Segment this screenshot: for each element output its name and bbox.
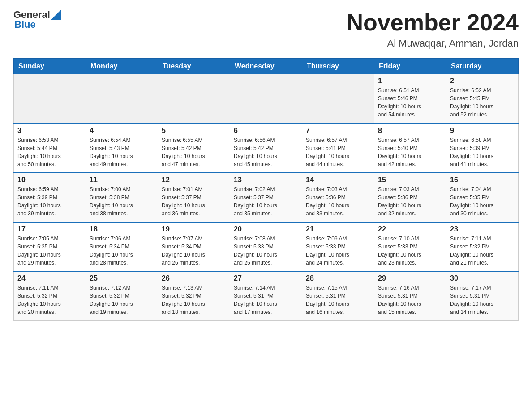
- calendar-day-cell: 27Sunrise: 7:14 AM Sunset: 5:31 PM Dayli…: [230, 271, 302, 321]
- day-number: 27: [234, 274, 298, 283]
- day-info: Sunrise: 7:06 AM Sunset: 5:34 PM Dayligh…: [90, 235, 154, 267]
- day-info: Sunrise: 7:10 AM Sunset: 5:33 PM Dayligh…: [378, 235, 442, 267]
- day-number: 11: [90, 176, 154, 184]
- calendar-day-cell: 10Sunrise: 6:59 AM Sunset: 5:39 PM Dayli…: [14, 173, 86, 222]
- day-number: 15: [378, 176, 442, 184]
- calendar-day-cell: 25Sunrise: 7:12 AM Sunset: 5:32 PM Dayli…: [86, 271, 158, 321]
- logo-triangle-icon: [51, 10, 61, 20]
- svg-marker-0: [51, 10, 61, 20]
- logo: General Blue: [13, 9, 61, 30]
- day-info: Sunrise: 7:01 AM Sunset: 5:37 PM Dayligh…: [162, 185, 226, 218]
- day-number: 10: [17, 176, 82, 184]
- calendar-day-cell: 21Sunrise: 7:09 AM Sunset: 5:33 PM Dayli…: [302, 222, 374, 271]
- day-number: 14: [306, 176, 370, 184]
- day-number: 20: [234, 225, 298, 233]
- calendar-day-cell: 18Sunrise: 7:06 AM Sunset: 5:34 PM Dayli…: [86, 222, 158, 271]
- day-number: 9: [450, 127, 515, 135]
- calendar-day-cell: 29Sunrise: 7:16 AM Sunset: 5:31 PM Dayli…: [374, 271, 446, 321]
- calendar-day-cell: 2Sunrise: 6:52 AM Sunset: 5:45 PM Daylig…: [446, 74, 519, 124]
- day-info: Sunrise: 7:14 AM Sunset: 5:31 PM Dayligh…: [234, 284, 298, 316]
- weekday-header-saturday: Saturday: [446, 59, 519, 74]
- calendar-day-cell: 8Sunrise: 6:57 AM Sunset: 5:40 PM Daylig…: [374, 124, 446, 173]
- day-number: 22: [378, 225, 442, 233]
- calendar-day-cell: 11Sunrise: 7:00 AM Sunset: 5:38 PM Dayli…: [86, 173, 158, 222]
- day-number: 7: [306, 127, 370, 135]
- calendar-day-cell: [14, 74, 86, 124]
- day-info: Sunrise: 7:03 AM Sunset: 5:36 PM Dayligh…: [378, 185, 442, 218]
- day-number: 18: [90, 225, 154, 233]
- day-info: Sunrise: 7:05 AM Sunset: 5:35 PM Dayligh…: [17, 235, 82, 267]
- weekday-header-monday: Monday: [86, 59, 158, 74]
- calendar-day-cell: 22Sunrise: 7:10 AM Sunset: 5:33 PM Dayli…: [374, 222, 446, 271]
- day-number: 3: [17, 127, 82, 135]
- day-number: 26: [162, 274, 226, 283]
- calendar-day-cell: 14Sunrise: 7:03 AM Sunset: 5:36 PM Dayli…: [302, 173, 374, 222]
- day-info: Sunrise: 7:03 AM Sunset: 5:36 PM Dayligh…: [306, 185, 370, 218]
- calendar-day-cell: 15Sunrise: 7:03 AM Sunset: 5:36 PM Dayli…: [374, 173, 446, 222]
- calendar-day-cell: [158, 74, 230, 124]
- day-number: 2: [450, 77, 515, 85]
- day-info: Sunrise: 7:08 AM Sunset: 5:33 PM Dayligh…: [234, 235, 298, 267]
- day-info: Sunrise: 7:15 AM Sunset: 5:31 PM Dayligh…: [306, 284, 370, 316]
- day-number: 4: [90, 127, 154, 135]
- calendar-day-cell: 23Sunrise: 7:11 AM Sunset: 5:32 PM Dayli…: [446, 222, 519, 271]
- day-info: Sunrise: 7:00 AM Sunset: 5:38 PM Dayligh…: [90, 185, 154, 218]
- calendar-day-cell: 24Sunrise: 7:11 AM Sunset: 5:32 PM Dayli…: [14, 271, 86, 321]
- weekday-header-tuesday: Tuesday: [158, 59, 230, 74]
- calendar-day-cell: 28Sunrise: 7:15 AM Sunset: 5:31 PM Dayli…: [302, 271, 374, 321]
- day-info: Sunrise: 6:52 AM Sunset: 5:45 PM Dayligh…: [450, 86, 515, 119]
- day-number: 12: [162, 176, 226, 184]
- day-number: 13: [234, 176, 298, 184]
- day-number: 30: [450, 274, 515, 283]
- day-number: 17: [17, 225, 82, 233]
- calendar-week-row: 10Sunrise: 6:59 AM Sunset: 5:39 PM Dayli…: [14, 173, 519, 222]
- day-info: Sunrise: 7:11 AM Sunset: 5:32 PM Dayligh…: [450, 235, 515, 267]
- calendar-day-cell: 7Sunrise: 6:57 AM Sunset: 5:41 PM Daylig…: [302, 124, 374, 173]
- month-title: November 2024: [347, 9, 519, 36]
- calendar-day-cell: [302, 74, 374, 124]
- calendar-day-cell: 12Sunrise: 7:01 AM Sunset: 5:37 PM Dayli…: [158, 173, 230, 222]
- calendar-day-cell: 3Sunrise: 6:53 AM Sunset: 5:44 PM Daylig…: [14, 124, 86, 173]
- location-title: Al Muwaqqar, Amman, Jordan: [347, 38, 519, 49]
- day-number: 24: [17, 274, 82, 283]
- calendar-day-cell: 13Sunrise: 7:02 AM Sunset: 5:37 PM Dayli…: [230, 173, 302, 222]
- day-info: Sunrise: 6:58 AM Sunset: 5:39 PM Dayligh…: [450, 136, 515, 168]
- calendar-day-cell: 4Sunrise: 6:54 AM Sunset: 5:43 PM Daylig…: [86, 124, 158, 173]
- day-info: Sunrise: 6:54 AM Sunset: 5:43 PM Dayligh…: [90, 136, 154, 168]
- calendar-day-cell: 19Sunrise: 7:07 AM Sunset: 5:34 PM Dayli…: [158, 222, 230, 271]
- calendar-day-cell: 20Sunrise: 7:08 AM Sunset: 5:33 PM Dayli…: [230, 222, 302, 271]
- calendar-day-cell: 1Sunrise: 6:51 AM Sunset: 5:46 PM Daylig…: [374, 74, 446, 124]
- day-number: 25: [90, 274, 154, 283]
- day-number: 23: [450, 225, 515, 233]
- day-info: Sunrise: 6:53 AM Sunset: 5:44 PM Dayligh…: [17, 136, 82, 168]
- day-number: 5: [162, 127, 226, 135]
- weekday-header-row: SundayMondayTuesdayWednesdayThursdayFrid…: [14, 59, 519, 74]
- calendar-day-cell: [230, 74, 302, 124]
- calendar-day-cell: 30Sunrise: 7:17 AM Sunset: 5:31 PM Dayli…: [446, 271, 519, 321]
- day-info: Sunrise: 7:07 AM Sunset: 5:34 PM Dayligh…: [162, 235, 226, 267]
- calendar-day-cell: 16Sunrise: 7:04 AM Sunset: 5:35 PM Dayli…: [446, 173, 519, 222]
- day-info: Sunrise: 7:12 AM Sunset: 5:32 PM Dayligh…: [90, 284, 154, 316]
- day-info: Sunrise: 6:56 AM Sunset: 5:42 PM Dayligh…: [234, 136, 298, 168]
- day-number: 8: [378, 127, 442, 135]
- page-header: General Blue November 2024 Al Muwaqqar, …: [13, 9, 519, 49]
- calendar-day-cell: [86, 74, 158, 124]
- weekday-header-friday: Friday: [374, 59, 446, 74]
- day-number: 19: [162, 225, 226, 233]
- calendar-day-cell: 26Sunrise: 7:13 AM Sunset: 5:32 PM Dayli…: [158, 271, 230, 321]
- day-number: 16: [450, 176, 515, 184]
- day-info: Sunrise: 6:59 AM Sunset: 5:39 PM Dayligh…: [17, 185, 82, 218]
- calendar-week-row: 1Sunrise: 6:51 AM Sunset: 5:46 PM Daylig…: [14, 74, 519, 124]
- title-area: November 2024 Al Muwaqqar, Amman, Jordan: [347, 9, 519, 49]
- calendar-table: SundayMondayTuesdayWednesdayThursdayFrid…: [13, 58, 519, 321]
- weekday-header-sunday: Sunday: [14, 59, 86, 74]
- day-number: 21: [306, 225, 370, 233]
- day-info: Sunrise: 6:51 AM Sunset: 5:46 PM Dayligh…: [378, 86, 442, 119]
- day-info: Sunrise: 7:13 AM Sunset: 5:32 PM Dayligh…: [162, 284, 226, 316]
- calendar-week-row: 3Sunrise: 6:53 AM Sunset: 5:44 PM Daylig…: [14, 124, 519, 173]
- weekday-header-wednesday: Wednesday: [230, 59, 302, 74]
- day-info: Sunrise: 7:09 AM Sunset: 5:33 PM Dayligh…: [306, 235, 370, 267]
- day-number: 1: [378, 77, 442, 85]
- day-info: Sunrise: 7:11 AM Sunset: 5:32 PM Dayligh…: [17, 284, 82, 316]
- day-number: 29: [378, 274, 442, 283]
